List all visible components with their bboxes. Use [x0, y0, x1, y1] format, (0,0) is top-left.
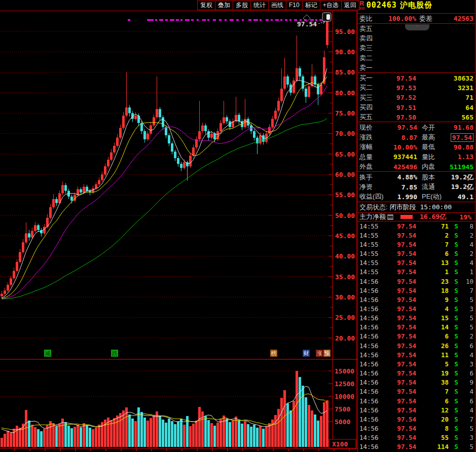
trade-volume: 18	[416, 287, 449, 294]
toolbar-button-duogu[interactable]: 多股	[233, 1, 251, 10]
buy-row: 买五97.50565	[358, 112, 475, 122]
trade-count: 4	[464, 388, 473, 395]
trade-volume: 6	[416, 250, 449, 257]
quote-value-text: 511945	[450, 163, 473, 171]
signal-dash-marker	[191, 19, 194, 21]
trade-count: 4	[464, 241, 473, 248]
toolbar-button-fuquan[interactable]: 复权	[197, 1, 215, 10]
collapse-tab[interactable]: ˆ	[405, 24, 429, 30]
level-volume: 565	[416, 114, 473, 121]
trade-count: 4	[464, 259, 473, 267]
stats-row: 收益(四)1.990PE(动)49.1	[358, 192, 475, 202]
quote-value: 511945	[447, 163, 473, 171]
trade-direction: S	[449, 268, 464, 276]
signal-dash-marker	[202, 19, 206, 21]
trade-direction: S	[449, 416, 464, 423]
trade-row: 14:5697.5418S7	[358, 286, 475, 295]
svg-text:80.00: 80.00	[335, 89, 355, 97]
buy-row: 买一97.5438632	[358, 73, 475, 83]
trade-row: 14:5697.5415S5	[358, 314, 475, 323]
svg-text:55.00: 55.00	[335, 191, 355, 199]
trade-direction: S	[449, 314, 464, 322]
trade-volume: 9	[416, 296, 449, 304]
svg-text:30.00: 30.00	[335, 293, 355, 301]
trade-count: 5	[464, 443, 473, 450]
trade-price: 97.54	[380, 434, 416, 441]
trade-direction: S	[449, 287, 464, 294]
toolbar-button-tongji[interactable]: 统计	[251, 1, 269, 10]
trade-volume: 11	[416, 351, 449, 359]
toolbar-button-biaoji[interactable]: 标记	[303, 1, 320, 10]
candlestick-chart[interactable]: 20.0025.0030.0035.0040.0045.0050.0055.00…	[0, 11, 357, 360]
signal-dash-marker	[155, 19, 157, 21]
trade-direction: S	[449, 332, 464, 340]
trade-time: 14:56	[359, 397, 380, 405]
quote-label: 涨幅	[359, 142, 386, 152]
time-axis-ticks	[0, 449, 357, 452]
quote-row: 涨幅10.00%最低90.88	[358, 142, 475, 152]
trade-price: 97.54	[380, 232, 416, 239]
signal-dash-marker	[285, 19, 287, 21]
volume-chart[interactable]: 50007500100001250015000X100	[0, 360, 357, 449]
trade-time: 14:56	[359, 296, 380, 304]
trade-direction: S	[449, 232, 464, 239]
trade-time: 14:56	[359, 406, 380, 414]
trade-row: 14:5697.5420S7	[358, 415, 475, 424]
svg-text:榜: 榜	[271, 350, 277, 356]
signal-dash-marker	[280, 19, 282, 21]
trade-count: 2	[464, 250, 473, 257]
trade-row: 14:5597.546S2	[358, 249, 475, 258]
trade-row: 14:5597.5413S4	[358, 258, 475, 268]
svg-text:70.00: 70.00	[335, 130, 355, 137]
quote-value-text: 97.54	[451, 133, 473, 142]
toolbar-button-zixuan[interactable]: +自选	[320, 1, 342, 10]
level-price: 97.50	[380, 114, 416, 121]
trade-direction: S	[449, 259, 464, 267]
toolbar-button-f10[interactable]: F10	[286, 1, 303, 10]
signal-dash-marker	[176, 19, 179, 21]
trade-volume: 38	[416, 379, 449, 386]
svg-text:12500: 12500	[335, 380, 354, 388]
trade-price: 97.54	[380, 250, 416, 257]
margin-trading-badge: R 300	[359, 1, 365, 10]
signal-dash-marker	[253, 19, 258, 21]
trade-price: 97.54	[380, 425, 416, 432]
stats-value: 19.2亿	[447, 173, 473, 182]
svg-text:7500: 7500	[335, 405, 350, 413]
trade-count: 7	[464, 287, 473, 294]
trade-time: 14:56	[359, 416, 380, 423]
signal-dash-marker	[128, 19, 130, 21]
trade-volume: 12	[416, 406, 449, 414]
order-imbalance-row: 委比 100.00% 委差 42563	[358, 13, 475, 24]
buy-row: 买四97.5164	[358, 102, 475, 112]
trade-count: 7	[464, 416, 473, 423]
trade-direction: S	[449, 250, 464, 257]
toolbar-button-diejia[interactable]: 叠加	[215, 1, 233, 10]
toolbar-button-huaxian[interactable]: 画线	[269, 1, 286, 10]
svg-text:减: 减	[45, 350, 51, 356]
svg-text:95.00: 95.00	[335, 28, 355, 35]
stock-name: 沪电股份	[400, 1, 432, 10]
stock-header: R 300 002463 沪电股份	[358, 0, 475, 13]
trade-volume: 2	[416, 232, 449, 239]
detail-list-icon[interactable]	[387, 214, 393, 220]
signal-dash-marker	[271, 19, 273, 21]
signal-dash-marker	[159, 19, 163, 21]
trade-price: 97.54	[380, 287, 416, 294]
weibi-value: 100.00%	[380, 15, 416, 22]
signal-dash-marker	[260, 19, 262, 21]
trade-volume: 6	[416, 332, 449, 340]
level-price: 97.52	[380, 94, 416, 101]
toolbar-button-fanhui[interactable]: 返回	[342, 1, 359, 10]
quote-row: 涨跌8.87最高97.54	[358, 132, 475, 142]
trade-row: 14:5697.5414S5	[358, 323, 475, 332]
trade-row: 14:5697.5455S3	[358, 433, 475, 442]
sell-row: 卖二	[358, 53, 475, 63]
trade-volume: 19	[416, 369, 449, 377]
trade-price: 97.54	[380, 222, 416, 230]
signal-dash-marker	[225, 19, 227, 21]
signal-dash-marker	[289, 19, 291, 21]
tick-trade-list[interactable]: 14:5597.5471S814:5597.542S214:5597.547S4…	[358, 221, 475, 451]
trade-price: 97.54	[380, 332, 416, 340]
trade-count: 1	[464, 268, 473, 276]
